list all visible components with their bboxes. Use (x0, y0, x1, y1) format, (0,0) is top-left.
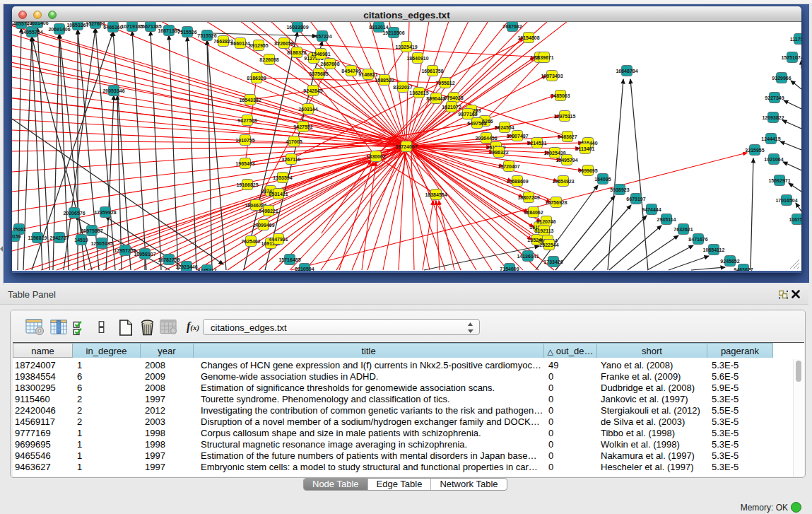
svg-text:18724007: 18724007 (395, 144, 417, 149)
svg-text:1353594: 1353594 (273, 175, 292, 180)
svg-text:2687682: 2687682 (502, 24, 522, 29)
svg-text:39159: 39159 (12, 234, 21, 239)
svg-text:7632621: 7632621 (673, 227, 693, 232)
svg-text:1546981: 1546981 (311, 52, 330, 57)
svg-text:164095: 164095 (594, 177, 611, 182)
svg-text:15716485: 15716485 (278, 257, 300, 262)
svg-text:9113401: 9113401 (576, 146, 595, 151)
svg-text:16648784: 16648784 (616, 69, 637, 74)
svg-text:6214521: 6214521 (527, 141, 546, 146)
svg-text:9146821: 9146821 (358, 72, 377, 77)
svg-text:9877169: 9877169 (458, 112, 477, 117)
svg-text:6497568: 6497568 (467, 121, 486, 126)
svg-text:12923446: 12923446 (175, 264, 197, 269)
svg-text:14099469: 14099469 (252, 223, 274, 228)
svg-text:116753: 116753 (789, 217, 801, 222)
svg-text:1965493: 1965493 (235, 161, 254, 166)
svg-text:12505135: 12505135 (90, 241, 112, 246)
svg-text:19166825: 19166825 (236, 182, 258, 187)
svg-text:18807249: 18807249 (517, 195, 539, 200)
svg-text:3215955: 3215955 (745, 148, 764, 153)
svg-text:16961758: 16961758 (421, 69, 443, 74)
svg-text:7986322: 7986322 (489, 150, 508, 155)
svg-text:1839671: 1839671 (534, 55, 553, 60)
svg-text:8813014: 8813014 (369, 25, 388, 30)
svg-text:1244415: 1244415 (761, 136, 780, 141)
svg-text:1117505: 1117505 (790, 37, 801, 42)
svg-text:9794028: 9794028 (444, 95, 463, 100)
svg-text:8531421: 8531421 (269, 192, 288, 197)
svg-text:8210594: 8210594 (295, 267, 314, 271)
svg-text:7515526: 7515526 (197, 33, 216, 38)
svg-text:20206576: 20206576 (63, 211, 85, 216)
svg-text:2603144: 2603144 (298, 107, 317, 112)
svg-text:1621072: 1621072 (442, 105, 461, 110)
svg-text:2522544: 2522544 (539, 243, 558, 247)
svg-text:8912955: 8912955 (249, 43, 268, 48)
svg-text:14519: 14519 (74, 238, 88, 243)
svg-text:20691406: 20691406 (26, 22, 48, 25)
svg-text:9227349: 9227349 (765, 95, 784, 100)
svg-text:16154808: 16154808 (517, 35, 539, 40)
svg-text:7357224: 7357224 (312, 34, 331, 39)
svg-text:8226058: 8226058 (259, 57, 278, 62)
svg-text:8322037: 8322037 (393, 85, 412, 90)
svg-text:8120746: 8120746 (536, 219, 555, 224)
svg-text:3267110: 3267110 (282, 157, 301, 162)
svg-text:417005: 417005 (286, 139, 302, 144)
svg-text:5498221: 5498221 (259, 209, 278, 214)
svg-text:16033809: 16033809 (286, 25, 308, 30)
svg-text:6466160: 6466160 (103, 25, 122, 30)
svg-text:2942737: 2942737 (49, 235, 69, 240)
svg-text:17016504: 17016504 (775, 198, 797, 203)
svg-text:9242845: 9242845 (303, 88, 322, 93)
svg-text:10688609: 10688609 (506, 179, 528, 184)
svg-text:16543382: 16543382 (239, 98, 261, 103)
svg-text:15720407: 15720407 (498, 164, 519, 169)
svg-text:9245652: 9245652 (720, 259, 739, 264)
svg-text:10756928: 10756928 (545, 200, 567, 205)
svg-text:3624554: 3624554 (495, 125, 514, 130)
svg-text:12975115: 12975115 (554, 114, 576, 119)
svg-text:2667608: 2667608 (320, 62, 339, 66)
svg-text:1527602: 1527602 (86, 22, 105, 26)
svg-text:9245717: 9245717 (197, 268, 216, 271)
svg-text:17957255: 17957255 (114, 248, 136, 253)
svg-text:8660124: 8660124 (230, 41, 249, 46)
svg-text:8186328: 8186328 (247, 76, 266, 81)
svg-text:14136141: 14136141 (517, 254, 539, 259)
svg-text:20691406: 20691406 (48, 27, 70, 32)
svg-text:1830002: 1830002 (366, 154, 385, 159)
svg-text:15692971: 15692971 (768, 178, 790, 183)
svg-text:10654112: 10654112 (703, 247, 725, 252)
svg-text:9084062: 9084062 (524, 210, 543, 215)
svg-text:5192113: 5192113 (535, 228, 554, 233)
svg-text:19654923: 19654923 (552, 179, 574, 184)
svg-text:8186328: 8186328 (287, 50, 306, 55)
svg-text:7154009: 7154009 (500, 267, 519, 271)
svg-text:3875685: 3875685 (309, 71, 328, 76)
svg-text:9327508: 9327508 (237, 118, 257, 123)
svg-text:16782759: 16782759 (158, 257, 180, 262)
svg-text:13325419: 13325419 (395, 45, 417, 49)
svg-text:30975867: 30975867 (81, 228, 102, 233)
svg-text:9699695: 9699695 (578, 168, 597, 173)
svg-text:19218506: 19218506 (382, 30, 404, 35)
svg-text:2935114: 2935114 (657, 217, 676, 222)
svg-text:15495794: 15495794 (555, 158, 577, 163)
svg-text:1010755: 1010755 (235, 138, 254, 143)
svg-text:1021064: 1021064 (764, 157, 783, 162)
svg-text:5938923: 5938923 (610, 187, 629, 192)
svg-text:8226058: 8226058 (274, 41, 293, 46)
svg-text:20364456: 20364456 (475, 136, 497, 141)
svg-text:12093822: 12093822 (762, 115, 784, 120)
svg-text:9474444: 9474444 (642, 207, 661, 212)
svg-text:1733426: 1733426 (543, 259, 563, 264)
svg-text:6679197: 6679197 (626, 197, 645, 201)
svg-text:1588520: 1588520 (375, 78, 394, 83)
svg-text:7625402: 7625402 (241, 239, 260, 244)
svg-text:14055714: 14055714 (20, 30, 42, 35)
svg-text:18384554: 18384554 (425, 192, 447, 197)
svg-text:9463627: 9463627 (734, 267, 753, 271)
svg-text:18640910: 18640910 (406, 56, 428, 61)
